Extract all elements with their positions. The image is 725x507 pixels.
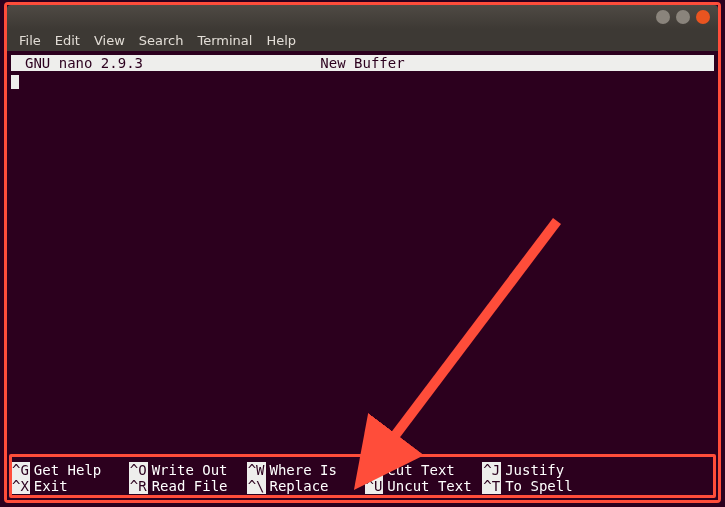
key-icon: ^W <box>247 462 266 478</box>
key-icon: ^\ <box>247 478 266 494</box>
shortcut-label: Justify <box>505 462 564 478</box>
nano-version: GNU nano 2.9.3 <box>25 55 143 71</box>
key-icon: ^K <box>365 462 384 478</box>
shortcut-label: Get Help <box>34 462 101 478</box>
maximize-icon[interactable] <box>676 10 690 24</box>
shortcut-label: To Spell <box>505 478 572 494</box>
menu-terminal[interactable]: Terminal <box>191 31 258 50</box>
key-icon: ^O <box>129 462 148 478</box>
key-icon: ^R <box>129 478 148 494</box>
terminal-area[interactable]: GNU nano 2.9.3 New Buffer ^GGet Help ^OW… <box>7 51 718 500</box>
nano-statusbar: GNU nano 2.9.3 New Buffer <box>11 55 714 71</box>
text-cursor <box>11 75 19 89</box>
shortcut-get-help: ^GGet Help <box>11 462 125 478</box>
minimize-icon[interactable] <box>656 10 670 24</box>
menubar: File Edit View Search Terminal Help <box>7 29 718 51</box>
terminal-window: File Edit View Search Terminal Help GNU … <box>7 5 718 500</box>
nano-editor-area[interactable] <box>11 71 714 462</box>
shortcut-to-spell: ^TTo Spell <box>482 478 596 494</box>
shortcut-uncut-text: ^UUncut Text <box>365 478 479 494</box>
menu-file[interactable]: File <box>13 31 47 50</box>
shortcut-label: Cut Text <box>387 462 454 478</box>
menu-edit[interactable]: Edit <box>49 31 86 50</box>
nano-filename: New Buffer <box>320 55 404 71</box>
nano-shortcut-bar: ^GGet Help ^OWrite Out ^WWhere Is ^KCut … <box>11 462 714 496</box>
key-icon: ^G <box>11 462 30 478</box>
key-icon: ^X <box>11 478 30 494</box>
shortcut-write-out: ^OWrite Out <box>129 462 243 478</box>
shortcut-label: Replace <box>270 478 329 494</box>
shortcut-label: Uncut Text <box>387 478 471 494</box>
shortcut-justify: ^JJustify <box>482 462 596 478</box>
shortcut-read-file: ^RRead File <box>129 478 243 494</box>
key-icon: ^U <box>365 478 384 494</box>
menu-search[interactable]: Search <box>133 31 190 50</box>
shortcut-cut-text: ^KCut Text <box>365 462 479 478</box>
shortcut-label: Read File <box>152 478 228 494</box>
key-icon: ^J <box>482 462 501 478</box>
shortcut-exit: ^XExit <box>11 478 125 494</box>
shortcut-label: Exit <box>34 478 68 494</box>
close-icon[interactable] <box>696 10 710 24</box>
shortcut-replace: ^\Replace <box>247 478 361 494</box>
window-titlebar <box>7 5 718 29</box>
shortcut-where-is: ^WWhere Is <box>247 462 361 478</box>
shortcut-label: Where Is <box>270 462 337 478</box>
menu-view[interactable]: View <box>88 31 131 50</box>
key-icon: ^T <box>482 478 501 494</box>
menu-help[interactable]: Help <box>260 31 302 50</box>
shortcut-label: Write Out <box>152 462 228 478</box>
